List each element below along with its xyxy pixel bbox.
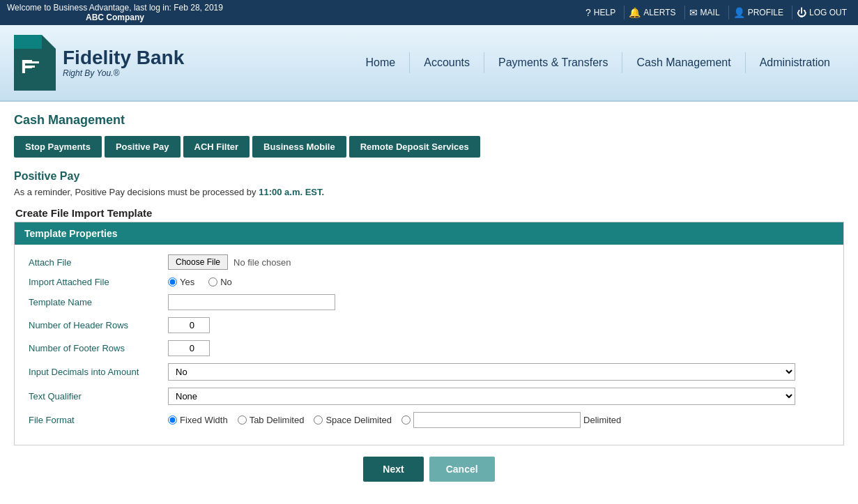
choose-file-button[interactable]: Choose File [168,254,228,270]
template-body: Attach File Choose File No file chosen I… [15,245,843,445]
reminder-text: As a reminder, Positive Pay decisions mu… [14,187,844,197]
file-no-chosen: No file chosen [233,257,291,268]
nav-home[interactable]: Home [352,52,410,73]
radio-import-yes[interactable]: Yes [168,277,194,287]
header-rows-input[interactable] [168,317,210,333]
logo-area: F Fidelity Bank Right By You.® [14,35,184,91]
row-text-qualifier: Text Qualifier None Single Quote Double … [29,388,829,405]
alerts-link[interactable]: 🔔 ALERTS [624,6,680,20]
row-header-rows: Number of Header Rows [29,317,829,333]
file-format-group: Fixed Width Tab Delimited Space Delimite… [168,412,621,428]
nav-cash-management[interactable]: Cash Management [622,52,744,73]
svg-marker-1 [14,35,42,49]
control-import-attached: Yes No [168,277,829,287]
radio-tab-delimited[interactable]: Tab Delimited [238,415,305,425]
tab-stop-payments[interactable]: Stop Payments [14,136,102,158]
row-attach-file: Attach File Choose File No file chosen [29,254,829,270]
control-footer-rows [168,340,829,356]
row-template-name: Template Name [29,294,829,310]
profile-link[interactable]: 👤 PROFILE [728,6,788,20]
logout-link[interactable]: ⏻ LOG OUT [792,6,851,20]
footer-rows-input[interactable] [168,340,210,356]
radio-input-yes[interactable] [168,277,177,287]
section-title: Cash Management [14,113,844,128]
radio-import-no[interactable]: No [208,277,232,287]
top-bar: Welcome to Business Advantage, last log … [0,0,858,25]
control-input-decimals: No Yes [168,363,829,381]
mail-link[interactable]: ✉ MAIL [684,6,724,20]
logout-icon: ⏻ [797,7,806,18]
tab-positive-pay[interactable]: Positive Pay [105,136,181,158]
label-footer-rows: Number of Footer Rows [29,343,168,353]
mail-icon: ✉ [689,7,698,18]
radio-input-space-delimited[interactable] [314,415,323,425]
row-input-decimals: Input Decimals into Amount No Yes [29,363,829,381]
welcome-message: Welcome to Business Advantage, last log … [7,3,223,22]
tab-buttons: Stop Payments Positive Pay ACH Filter Bu… [14,136,844,158]
next-button[interactable]: Next [363,457,423,482]
form-card-title: Create File Import Template [14,207,844,219]
template-section: Template Properties Attach File Choose F… [14,222,844,445]
bank-logo-icon: F [14,35,56,91]
cancel-button[interactable]: Cancel [429,457,495,482]
control-header-rows [168,317,829,333]
svg-rect-3 [22,61,39,63]
logo-text: Fidelity Bank Right By You.® [63,47,184,79]
radio-fixed-width[interactable]: Fixed Width [168,415,228,425]
control-template-name [168,294,829,310]
help-link[interactable]: ? HELP [581,6,620,20]
bell-icon: 🔔 [629,7,641,18]
nav-payments-transfers[interactable]: Payments & Transfers [484,52,622,73]
label-file-format: File Format [29,415,168,425]
row-footer-rows: Number of Footer Rows [29,340,829,356]
control-attach-file: Choose File No file chosen [168,254,829,270]
control-text-qualifier: None Single Quote Double Quote [168,388,829,405]
custom-delimiter-input[interactable] [413,412,581,428]
svg-rect-4 [22,66,35,68]
template-header: Template Properties [15,222,843,245]
action-buttons: Next Cancel [14,457,844,482]
label-input-decimals: Input Decimals into Amount [29,367,168,377]
label-attach-file: Attach File [29,257,168,268]
radio-input-custom-delimited[interactable] [401,415,411,425]
radio-input-fixed-width[interactable] [168,415,177,425]
radio-custom-delimited[interactable]: Delimited [401,412,621,428]
user-icon: 👤 [733,7,745,18]
help-icon: ? [585,7,591,18]
control-file-format: Fixed Width Tab Delimited Space Delimite… [168,412,829,428]
top-bar-actions: ? HELP 🔔 ALERTS ✉ MAIL 👤 PROFILE ⏻ LOG O… [581,6,851,20]
input-decimals-select[interactable]: No Yes [168,363,795,381]
nav-administration[interactable]: Administration [745,52,844,73]
template-name-input[interactable] [168,294,335,310]
page-content: Cash Management Stop Payments Positive P… [0,102,858,493]
radio-group-import: Yes No [168,277,232,287]
tab-business-mobile[interactable]: Business Mobile [252,136,346,158]
row-file-format: File Format Fixed Width Tab Delimited [29,412,829,428]
tab-ach-filter[interactable]: ACH Filter [183,136,250,158]
header: F Fidelity Bank Right By You.® Home Acco… [0,25,858,102]
radio-space-delimited[interactable]: Space Delimited [314,415,392,425]
row-import-attached: Import Attached File Yes No [29,277,829,287]
main-nav: Home Accounts Payments & Transfers Cash … [352,52,844,73]
radio-input-no[interactable] [208,277,217,287]
label-import-attached: Import Attached File [29,277,168,287]
label-template-name: Template Name [29,297,168,307]
text-qualifier-select[interactable]: None Single Quote Double Quote [168,388,795,405]
positive-pay-title: Positive Pay [14,170,844,183]
nav-accounts[interactable]: Accounts [409,52,484,73]
label-text-qualifier: Text Qualifier [29,391,168,402]
tab-remote-deposit[interactable]: Remote Deposit Services [349,136,480,158]
radio-input-tab-delimited[interactable] [238,415,247,425]
label-header-rows: Number of Header Rows [29,320,168,330]
